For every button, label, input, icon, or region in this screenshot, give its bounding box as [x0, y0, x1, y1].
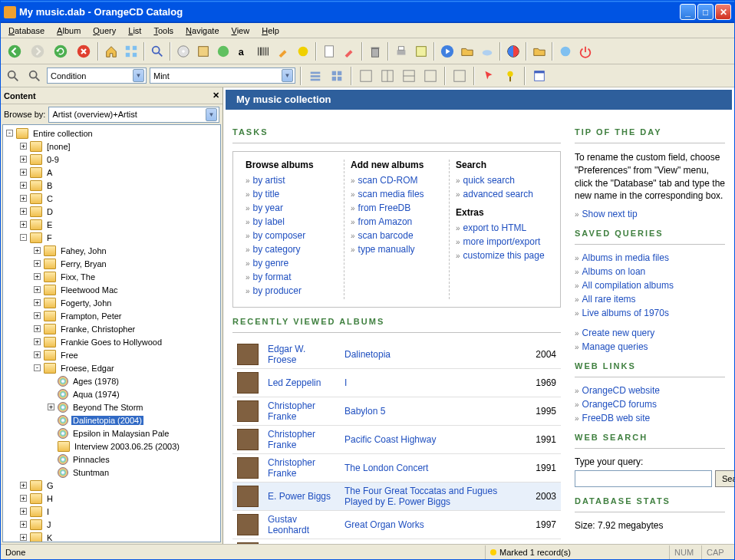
tree-node[interactable]: +[none]	[3, 140, 220, 153]
add-link[interactable]: from Amazon	[358, 216, 413, 227]
filter-field-combo[interactable]: Condition ▼	[47, 68, 147, 84]
add-link[interactable]: type manually	[358, 244, 415, 255]
freedb-button[interactable]	[214, 42, 232, 61]
tree-twister[interactable]	[48, 469, 54, 476]
table-row[interactable]: E. Power BiggsThe Four Great Toccatas an…	[232, 483, 561, 511]
extras-link[interactable]: customize this page	[463, 250, 545, 261]
browse-link[interactable]: by title	[253, 189, 280, 199]
table-row[interactable]: Christopher FrankeBabylon 51995	[232, 397, 561, 426]
weblink-link[interactable]: OrangeCD forums	[582, 399, 657, 410]
menu-view[interactable]: View	[226, 25, 256, 37]
browse-link[interactable]: by format	[253, 272, 292, 282]
extras-link[interactable]: more import/export	[463, 236, 541, 247]
tree-node[interactable]: +I	[3, 505, 220, 518]
maximize-button[interactable]: □	[697, 4, 714, 20]
zoom-out-button[interactable]	[25, 67, 44, 85]
exit-button[interactable]	[576, 42, 595, 61]
recent-album-link[interactable]: Babylon 5	[344, 406, 385, 417]
menu-database[interactable]: Database	[2, 25, 51, 37]
table-row[interactable]: Edgar W. FroeseDalinetopia2004	[232, 341, 561, 369]
tree-node[interactable]: +Beyond The Storm	[3, 400, 220, 413]
tree-twister[interactable]: +	[34, 299, 41, 306]
show-next-tip-link[interactable]: Show next tip	[582, 209, 638, 219]
table-row[interactable]: The AnimalsThe Best Of	[232, 539, 561, 545]
tree-node[interactable]: -Froese, Edgar	[3, 361, 220, 374]
menu-help[interactable]: Help	[255, 25, 285, 37]
tree-twister[interactable]	[48, 443, 54, 450]
recent-artist-link[interactable]: Christopher Franke	[268, 429, 315, 450]
add-link[interactable]: scan barcode	[358, 230, 414, 241]
table-row[interactable]: Led ZeppelinI1969	[232, 369, 561, 397]
tree-node[interactable]: +Franke, Christopher	[3, 322, 220, 335]
recent-album-link[interactable]: Great Organ Works	[344, 519, 424, 530]
table-row[interactable]: Christopher FrankePacific Coast Highway1…	[232, 426, 561, 454]
tree-twister[interactable]: +	[20, 495, 27, 502]
weblink-link[interactable]: OrangeCD website	[582, 385, 660, 396]
tree-twister[interactable]: +	[20, 508, 27, 515]
tree-twister[interactable]: +	[34, 338, 41, 345]
close-button[interactable]: ✕	[715, 4, 731, 20]
tree-node[interactable]: -F	[3, 231, 220, 244]
tree-twister[interactable]: +	[48, 404, 54, 410]
tree-twister[interactable]	[48, 417, 54, 423]
layout5-button[interactable]	[450, 67, 469, 85]
table-row[interactable]: Gustav LeonhardtGreat Organ Works1997	[232, 511, 561, 539]
tree-node[interactable]: Dalinetopia (2004)	[3, 413, 220, 427]
menu-tools[interactable]: Tools	[147, 25, 180, 37]
tree-node[interactable]: +G	[3, 479, 220, 492]
refresh-button[interactable]	[50, 41, 71, 62]
recent-artist-link[interactable]: E. Power Biggs	[268, 491, 331, 502]
view-grid-button[interactable]	[328, 67, 346, 85]
play-button[interactable]	[438, 42, 456, 61]
manual-button[interactable]	[274, 42, 292, 61]
tree-twister[interactable]: +	[20, 521, 27, 528]
browse-link[interactable]: by genre	[253, 258, 289, 268]
search-link[interactable]: quick search	[463, 175, 515, 186]
tree-node[interactable]: Aqua (1974)	[3, 387, 220, 400]
browse-link[interactable]: by artist	[253, 175, 285, 186]
weblink-link[interactable]: FreeDB web site	[582, 413, 651, 423]
tree-twister[interactable]: +	[20, 208, 27, 215]
search-button[interactable]	[148, 42, 166, 61]
websearch-input[interactable]	[575, 470, 712, 487]
tree-node[interactable]: +0-9	[3, 153, 220, 166]
tree-view[interactable]: -Entire collection+[none]+0-9+A+B+C+D+E-…	[2, 124, 221, 542]
delete-button[interactable]	[366, 42, 384, 61]
cursor-button[interactable]	[480, 67, 498, 85]
layout2-button[interactable]	[378, 67, 397, 85]
print-button[interactable]	[392, 42, 410, 61]
tree-node[interactable]: +A	[3, 166, 220, 179]
tree-node[interactable]: +E	[3, 218, 220, 231]
saved-query-link[interactable]: Albums on loan	[582, 266, 646, 277]
tree-node[interactable]: Pinnacles	[3, 453, 220, 466]
zoom-in-button[interactable]	[4, 67, 22, 85]
tree-node[interactable]: +J	[3, 518, 220, 531]
tree-node[interactable]: +Ferry, Bryan	[3, 257, 220, 270]
saved-extra-link[interactable]: Manage queries	[582, 341, 648, 352]
tree-twister[interactable]: +	[34, 312, 41, 319]
tree-twister[interactable]: +	[20, 156, 27, 163]
browse-by-combo[interactable]: Artist (overview)+Artist ▼	[48, 107, 219, 123]
amazon-button[interactable]: a	[234, 42, 252, 61]
tree-node[interactable]: -Entire collection	[3, 127, 220, 140]
recent-artist-link[interactable]: Christopher Franke	[268, 457, 315, 479]
browse-link[interactable]: by label	[253, 216, 285, 227]
tree-twister[interactable]: +	[20, 182, 27, 189]
tree-twister[interactable]: +	[34, 351, 41, 358]
open-folder-button[interactable]	[458, 42, 476, 61]
tree-node[interactable]: +Fixx, The	[3, 270, 220, 283]
add-link[interactable]: scan media files	[358, 189, 424, 199]
sidebar-close-button[interactable]: ✕	[213, 91, 219, 100]
tree-node[interactable]: +Frankie Goes to Hollywood	[3, 335, 220, 348]
saved-query-link[interactable]: All rare items	[582, 294, 636, 305]
scan-files-button[interactable]	[194, 42, 213, 61]
menu-list[interactable]: List	[122, 25, 147, 37]
extras-link[interactable]: export to HTML	[463, 222, 527, 233]
tree-twister[interactable]	[48, 390, 54, 397]
tree-twister[interactable]: +	[20, 169, 27, 176]
tree-twister[interactable]	[48, 456, 54, 463]
recent-album-link[interactable]: The Four Great Toccatas and Fugues Playe…	[344, 486, 497, 507]
tree-node[interactable]: +H	[3, 492, 220, 505]
recent-artist-link[interactable]: Christopher Franke	[268, 400, 315, 422]
thumbnails-button[interactable]	[122, 42, 140, 61]
